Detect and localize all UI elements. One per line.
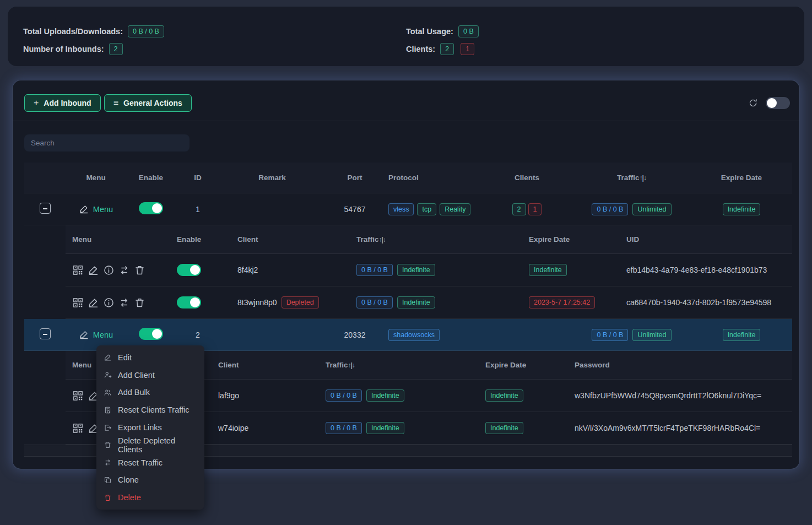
menu-item-clone[interactable]: Clone bbox=[96, 472, 204, 489]
client-name: laf9go bbox=[212, 391, 319, 400]
stats-card: Total Uploads/Downloads: 0 B / 0 B Numbe… bbox=[8, 7, 804, 66]
traffic-limit-badge: Indefinite bbox=[397, 296, 435, 308]
collapse-row-button[interactable] bbox=[40, 328, 51, 339]
col-traffic-sortable[interactable]: Traffic↑|↓ bbox=[350, 235, 522, 243]
col-traffic-sortable[interactable]: Traffic↑|↓ bbox=[572, 174, 691, 182]
col-uid: UID bbox=[624, 235, 792, 243]
menu-item-delete-depleted-clients[interactable]: Delete Depleted Clients bbox=[96, 436, 204, 454]
clients-table-1: Menu Enable Client Traffic↑|↓ Expire Dat… bbox=[66, 225, 792, 319]
col-password: Password bbox=[572, 361, 792, 369]
traffic-badge: 0 B / 0 B bbox=[326, 422, 362, 434]
reset-traffic-icon[interactable] bbox=[118, 297, 130, 308]
search-input[interactable] bbox=[24, 134, 190, 151]
client-enable-toggle[interactable] bbox=[177, 296, 201, 308]
col-menu: Menu bbox=[66, 174, 126, 182]
menu-item-reset-traffic[interactable]: Reset Traffic bbox=[96, 454, 204, 472]
sort-icon: ↑|↓ bbox=[348, 361, 355, 369]
menu-label: Menu bbox=[93, 205, 113, 214]
export-icon bbox=[104, 424, 112, 432]
inbound-row-1: Menu 1 54767 vless tcp Reality 2 1 0 B /… bbox=[24, 193, 792, 225]
menu-item-export-links[interactable]: Export Links bbox=[96, 419, 204, 436]
col-traffic-sortable[interactable]: Traffic↑|↓ bbox=[319, 361, 479, 369]
menu-item-add-client[interactable]: Add Client bbox=[96, 366, 204, 384]
total-uploads-downloads-label: Total Uploads/Downloads: bbox=[23, 27, 123, 36]
col-expire-date: Expire Date bbox=[691, 174, 792, 182]
traffic-limit-badge: Indefinite bbox=[366, 389, 404, 402]
traffic-limit-badge: Indefinite bbox=[397, 264, 435, 276]
traffic-badge: 0 B / 0 B bbox=[326, 389, 362, 402]
sort-icon: ↑|↓ bbox=[640, 174, 646, 182]
protocol-tag: vless bbox=[388, 203, 414, 215]
collapse-row-button[interactable] bbox=[40, 203, 51, 214]
protocol-tag: tcp bbox=[417, 203, 436, 215]
general-actions-button[interactable]: ≡ General Actions bbox=[104, 94, 192, 112]
client-uid: ca68470b-1940-437d-802b-1f9573e94598 bbox=[624, 298, 792, 307]
edit-client-icon[interactable] bbox=[88, 264, 99, 276]
trash-icon bbox=[104, 441, 112, 449]
col-clients: Clients bbox=[481, 174, 572, 182]
menu-item-reset-clients-traffic[interactable]: Reset Clients Traffic bbox=[96, 401, 204, 419]
menu-label: Menu bbox=[93, 331, 113, 339]
depleted-badge: Depleted bbox=[282, 296, 319, 308]
add-inbound-label: Add Inbound bbox=[44, 99, 91, 107]
general-actions-label: General Actions bbox=[123, 99, 182, 107]
total-usage-label: Total Usage: bbox=[406, 27, 453, 36]
delete-client-icon[interactable] bbox=[134, 297, 145, 308]
col-enable: Enable bbox=[126, 174, 176, 182]
col-id: ID bbox=[176, 174, 220, 182]
total-usage-value: 0 B bbox=[458, 25, 479, 37]
client-password: w3NfbzUPf5WWd745Q8pvsmQrdrttT2lO6knul7Di… bbox=[572, 391, 792, 400]
inbounds-table-header: Menu Enable ID Remark Port Protocol Clie… bbox=[24, 163, 792, 193]
client-name: 8f4kj2 bbox=[231, 266, 350, 274]
qr-code-icon[interactable] bbox=[72, 423, 84, 434]
expire-badge: Indefinite bbox=[485, 422, 523, 434]
traffic-limit-badge: Unlimited bbox=[632, 203, 671, 215]
qr-code-icon[interactable] bbox=[72, 390, 84, 402]
clients-depleted-count: 1 bbox=[461, 43, 474, 55]
menu-item-edit[interactable]: Edit bbox=[96, 349, 204, 366]
info-icon[interactable] bbox=[103, 297, 115, 308]
traffic-badge: 0 B / 0 B bbox=[356, 264, 393, 276]
plus-icon: + bbox=[34, 98, 39, 108]
auto-refresh-toggle[interactable] bbox=[766, 97, 790, 109]
clients-active-badge: 2 bbox=[512, 203, 526, 215]
clients-depleted-badge: 1 bbox=[528, 203, 542, 215]
inbound-menu-trigger[interactable]: Menu bbox=[79, 329, 113, 340]
users-icon bbox=[104, 388, 112, 397]
col-client: Client bbox=[231, 235, 350, 243]
edit-client-icon[interactable] bbox=[88, 297, 99, 308]
traffic-limit-badge: Unlimited bbox=[632, 329, 671, 341]
inbound-menu-trigger[interactable]: Menu bbox=[79, 204, 113, 214]
expire-badge: Indefinite bbox=[529, 264, 567, 276]
inbound-port: 54767 bbox=[324, 205, 385, 214]
client-row: 8f4kj2 0 B / 0 B Indefinite Indefinite e… bbox=[66, 254, 792, 286]
sort-icon: ↑|↓ bbox=[379, 236, 386, 243]
enable-toggle[interactable] bbox=[139, 328, 163, 340]
pencil-icon bbox=[79, 329, 89, 340]
client-enable-toggle[interactable] bbox=[177, 264, 201, 276]
col-expire-date: Expire Date bbox=[522, 235, 624, 243]
info-icon[interactable] bbox=[103, 264, 115, 276]
qr-code-icon[interactable] bbox=[72, 297, 84, 308]
qr-code-icon[interactable] bbox=[72, 264, 84, 276]
trash-icon bbox=[104, 494, 112, 502]
menu-item-delete[interactable]: Delete bbox=[96, 489, 204, 506]
col-enable: Enable bbox=[170, 235, 231, 243]
clients-label: Clients: bbox=[406, 45, 435, 53]
expire-badge: 2023-5-7 17:25:42 bbox=[529, 296, 595, 308]
delete-client-icon[interactable] bbox=[134, 264, 145, 276]
expire-badge: Indefinite bbox=[723, 203, 761, 215]
number-of-inbounds-label: Number of Inbounds: bbox=[23, 45, 104, 53]
traffic-badge: 0 B / 0 B bbox=[592, 203, 628, 215]
sync-icon bbox=[104, 458, 112, 467]
refresh-icon[interactable] bbox=[748, 98, 758, 108]
client-uid: efb14b43-4a79-4e83-ef18-e48cf1901b73 bbox=[624, 266, 792, 274]
col-port: Port bbox=[324, 174, 385, 182]
col-expire-date: Expire Date bbox=[479, 361, 572, 369]
enable-toggle[interactable] bbox=[139, 202, 163, 214]
toolbar-divider bbox=[13, 121, 799, 121]
client-row: 8t3wjnn8p0 Depleted 0 B / 0 B Indefinite… bbox=[66, 286, 792, 319]
add-inbound-button[interactable]: + Add Inbound bbox=[24, 94, 101, 112]
menu-item-add-bulk[interactable]: Add Bulk bbox=[96, 384, 204, 402]
reset-traffic-icon[interactable] bbox=[118, 264, 130, 276]
